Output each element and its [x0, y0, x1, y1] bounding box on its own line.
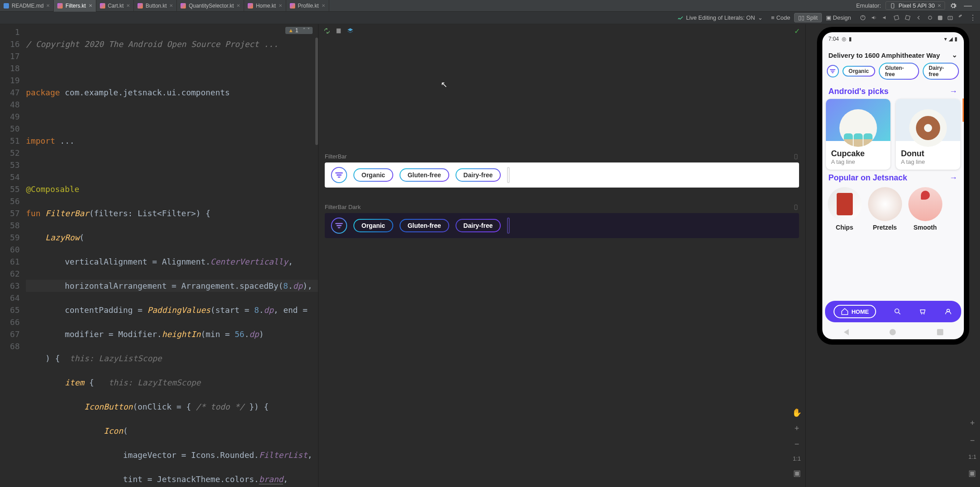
profile-icon[interactable]: [944, 308, 952, 316]
chip-dairy-free[interactable]: Dairy-free: [923, 63, 959, 80]
snapshot-icon[interactable]: [947, 14, 954, 21]
sys-back-icon[interactable]: [842, 329, 849, 335]
emulator-label: Emulator:: [856, 2, 881, 9]
deploy-icon[interactable]: [335, 27, 343, 35]
rotate-right-icon[interactable]: [904, 14, 911, 21]
view-split[interactable]: ▯▯Split: [794, 13, 821, 22]
device-small-icon[interactable]: [793, 154, 799, 160]
gear-icon[interactable]: [950, 2, 957, 9]
zoom-in-button[interactable]: +: [970, 419, 975, 428]
zoom-out-button[interactable]: −: [970, 436, 975, 445]
pick-card-donut[interactable]: Donut A tag line: [896, 99, 960, 170]
overview-icon[interactable]: [938, 16, 942, 20]
record-icon[interactable]: [958, 14, 965, 21]
section-popular-title: Popular on Jetsnack: [829, 173, 907, 183]
filter-icon[interactable]: [827, 65, 839, 77]
filterbar-preview-light: Organic Gluten-free Dairy-free: [325, 162, 799, 188]
app-filter-chips: Organic Gluten-free Dairy-free: [822, 63, 964, 83]
close-icon[interactable]: ✕: [89, 3, 92, 8]
minimize-icon[interactable]: —: [961, 1, 975, 10]
chip-organic[interactable]: Organic: [353, 219, 393, 232]
inspection-warnings-badge[interactable]: ▲1 ˄ ˅: [285, 27, 313, 34]
preview-ok-icon: ✓: [794, 27, 800, 35]
chevron-up-icon: ˄: [303, 27, 305, 34]
chip-dairy-free[interactable]: Dairy-free: [456, 168, 501, 182]
arrow-right-icon[interactable]: →: [950, 173, 958, 183]
popular-item-chips[interactable]: Chips: [828, 187, 862, 231]
close-icon[interactable]: ✕: [46, 3, 50, 8]
refresh-icon[interactable]: [323, 27, 331, 35]
nav-home[interactable]: HOME: [834, 305, 876, 318]
svg-point-14: [924, 313, 924, 314]
tab-cart-kt[interactable]: Cart.kt✕: [96, 0, 134, 12]
device-small-icon[interactable]: [793, 204, 799, 210]
tab-quantityselector-kt[interactable]: QuantitySelector.kt✕: [177, 0, 244, 12]
tab-button-kt[interactable]: Button.kt✕: [134, 0, 177, 12]
close-icon[interactable]: ✕: [126, 3, 130, 8]
preview-label-dark: FilterBar Dark: [325, 204, 361, 210]
filter-icon[interactable]: [331, 167, 347, 183]
popular-item-smoothie[interactable]: Smooth: [908, 187, 942, 231]
tab-home-kt[interactable]: Home.kt✕: [244, 0, 286, 12]
one-to-one-button[interactable]: 1:1: [968, 453, 976, 460]
view-design[interactable]: ▣Design: [822, 13, 855, 22]
zoom-out-button[interactable]: −: [795, 440, 799, 449]
layers-icon[interactable]: [346, 27, 354, 35]
tab-profile-kt[interactable]: Profile.kt✕: [286, 0, 329, 12]
close-icon[interactable]: ✕: [279, 3, 282, 8]
sys-overview-icon[interactable]: [937, 329, 943, 335]
phone-frame: 7:04 ◎ ▮ ▾ ◢ ▮ Delivery to 1600 Amphithe…: [817, 27, 969, 345]
phone-icon: [890, 3, 896, 9]
back-icon[interactable]: [916, 14, 922, 21]
tab-filters-kt[interactable]: Filters.kt✕: [54, 0, 96, 12]
svg-rect-3: [894, 15, 899, 20]
home-nav-icon[interactable]: [927, 14, 933, 21]
chip-organic[interactable]: Organic: [842, 66, 875, 77]
chip-gluten-free[interactable]: Gluten-free: [400, 219, 449, 232]
chip-dairy-free[interactable]: Dairy-free: [456, 219, 501, 232]
pan-icon[interactable]: ✋: [792, 408, 802, 418]
tab-readme-md[interactable]: README.md✕: [0, 0, 54, 12]
sys-home-icon[interactable]: [890, 329, 896, 335]
power-icon[interactable]: [860, 14, 866, 21]
section-picks-title: Android's picks: [829, 87, 889, 96]
one-to-one-button[interactable]: 1:1: [793, 455, 801, 462]
system-nav: [822, 325, 964, 339]
chip-gluten-free[interactable]: Gluten-free: [400, 168, 449, 182]
cart-icon[interactable]: [919, 308, 927, 316]
chevron-down-icon[interactable]: ⌄: [952, 51, 958, 59]
popular-row[interactable]: Chips Pretzels Smooth: [822, 185, 964, 233]
close-icon[interactable]: ✕: [322, 3, 325, 8]
phone-screen[interactable]: 7:04 ◎ ▮ ▾ ◢ ▮ Delivery to 1600 Amphithe…: [822, 32, 964, 339]
device-dropdown[interactable]: Pixel 5 API 30 ✕: [885, 1, 945, 10]
arrow-right-icon[interactable]: →: [950, 87, 958, 96]
chip-gluten-free[interactable]: Gluten-free: [879, 63, 919, 80]
close-icon[interactable]: ✕: [169, 3, 173, 8]
wifi-icon: ▾: [944, 36, 947, 42]
more-icon[interactable]: ⋮: [969, 13, 976, 22]
live-edit-toggle[interactable]: Live Editing of Literals: ON ⌄: [677, 14, 763, 21]
zoom-in-button[interactable]: +: [795, 424, 799, 433]
volume-up-icon[interactable]: [871, 14, 877, 21]
view-code[interactable]: ≡Code: [767, 13, 795, 22]
tab-bar: README.md✕Filters.kt✕Cart.kt✕Button.kt✕Q…: [0, 0, 980, 12]
popular-item-pretzels[interactable]: Pretzels: [868, 187, 902, 231]
pick-card-cupcake[interactable]: Cupcake A tag line: [826, 99, 890, 170]
svg-rect-4: [905, 15, 910, 20]
delivery-address[interactable]: Delivery to 1600 Amphitheater Way: [829, 51, 940, 59]
fit-icon[interactable]: ▣: [793, 468, 801, 478]
code-area[interactable]: / Copyright 2020 The Android Open Source…: [26, 24, 318, 487]
code-editor[interactable]: ▲1 ˄ ˅ 116171819474849505152535455565758…: [0, 24, 318, 487]
fit-icon[interactable]: ▣: [968, 468, 976, 478]
close-icon[interactable]: ✕: [236, 3, 240, 8]
close-icon[interactable]: ✕: [937, 3, 941, 8]
svg-rect-6: [948, 16, 953, 20]
chip-organic[interactable]: Organic: [353, 168, 393, 182]
picks-row[interactable]: Cupcake A tag line Donut A tag line: [822, 99, 964, 170]
volume-down-icon[interactable]: [882, 14, 889, 21]
chevron-down-icon: ˅: [307, 27, 310, 34]
rotate-left-icon[interactable]: [893, 14, 900, 21]
search-icon[interactable]: [894, 308, 902, 316]
svg-point-13: [921, 313, 922, 314]
filter-icon[interactable]: [331, 218, 347, 234]
